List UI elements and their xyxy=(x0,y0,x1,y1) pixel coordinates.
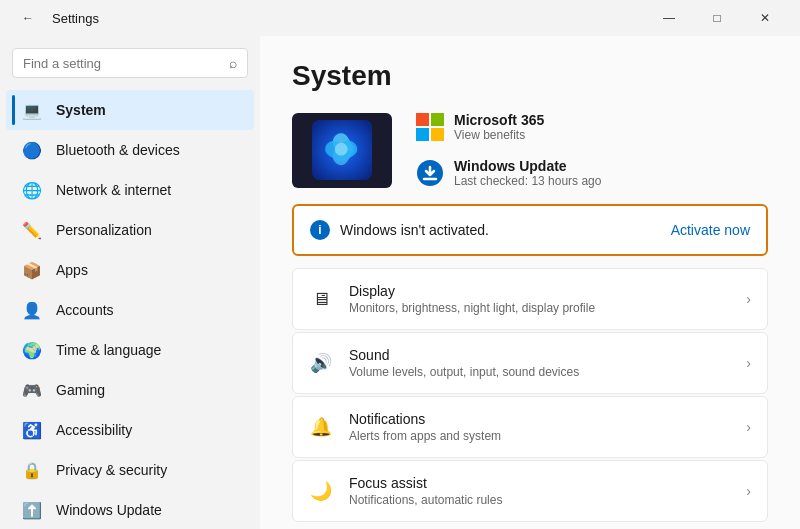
accounts-icon: 👤 xyxy=(22,300,42,320)
display-icon: 🖥 xyxy=(309,287,333,311)
minimize-icon: — xyxy=(663,11,675,25)
hero-area: Microsoft 365 View benefits Windows Upda… xyxy=(292,112,768,188)
titlebar: ← Settings — □ ✕ xyxy=(0,0,800,36)
ms365-title: Microsoft 365 xyxy=(454,112,544,128)
sidebar-item-personalization[interactable]: ✏️Personalization xyxy=(6,210,254,250)
app-body: ⌕ 💻System🔵Bluetooth & devices🌐Network & … xyxy=(0,36,800,529)
svg-rect-4 xyxy=(416,128,429,141)
titlebar-title: Settings xyxy=(52,11,99,26)
update-icon: ⬆️ xyxy=(22,500,42,520)
maximize-button[interactable]: □ xyxy=(694,4,740,32)
privacy-icon: 🔒 xyxy=(22,460,42,480)
sidebar-item-label-accounts: Accounts xyxy=(56,302,114,318)
sidebar-item-system[interactable]: 💻System xyxy=(6,90,254,130)
sidebar-item-label-gaming: Gaming xyxy=(56,382,105,398)
promo-winupdate[interactable]: Windows Update Last checked: 13 hours ag… xyxy=(416,158,601,188)
sidebar-item-network[interactable]: 🌐Network & internet xyxy=(6,170,254,210)
sidebar-item-label-apps: Apps xyxy=(56,262,88,278)
winupdate-subtitle: Last checked: 13 hours ago xyxy=(454,174,601,188)
sidebar: ⌕ 💻System🔵Bluetooth & devices🌐Network & … xyxy=(0,36,260,529)
sidebar-item-update[interactable]: ⬆️Windows Update xyxy=(6,490,254,529)
sidebar-item-label-network: Network & internet xyxy=(56,182,171,198)
settings-list: 🖥 Display Monitors, brightness, night li… xyxy=(292,268,768,522)
ms365-icon xyxy=(416,113,444,141)
titlebar-left: ← Settings xyxy=(12,4,99,32)
notifications-chevron: › xyxy=(746,419,751,435)
display-chevron: › xyxy=(746,291,751,307)
search-icon: ⌕ xyxy=(229,55,237,71)
close-icon: ✕ xyxy=(760,11,770,25)
winupdate-text: Windows Update Last checked: 13 hours ag… xyxy=(454,158,601,188)
sidebar-item-privacy[interactable]: 🔒Privacy & security xyxy=(6,450,254,490)
svg-rect-2 xyxy=(416,113,429,126)
sidebar-item-label-personalization: Personalization xyxy=(56,222,152,238)
notifications-icon: 🔔 xyxy=(309,415,333,439)
minimize-button[interactable]: — xyxy=(646,4,692,32)
focus-title: Focus assist xyxy=(349,475,730,491)
sidebar-item-apps[interactable]: 📦Apps xyxy=(6,250,254,290)
sidebar-item-label-system: System xyxy=(56,102,106,118)
focus-text: Focus assist Notifications, automatic ru… xyxy=(349,475,730,507)
sidebar-item-accessibility[interactable]: ♿Accessibility xyxy=(6,410,254,450)
svg-point-1 xyxy=(335,143,348,156)
winupdate-title: Windows Update xyxy=(454,158,601,174)
sidebar-item-gaming[interactable]: 🎮Gaming xyxy=(6,370,254,410)
display-text: Display Monitors, brightness, night ligh… xyxy=(349,283,730,315)
content-area: System xyxy=(260,36,800,529)
activation-banner: i Windows isn't activated. Activate now xyxy=(292,204,768,256)
notifications-subtitle: Alerts from apps and system xyxy=(349,429,730,443)
ms365-subtitle: View benefits xyxy=(454,128,544,142)
search-input[interactable] xyxy=(23,56,221,71)
sidebar-item-label-update: Windows Update xyxy=(56,502,162,518)
focus-subtitle: Notifications, automatic rules xyxy=(349,493,730,507)
sound-text: Sound Volume levels, output, input, soun… xyxy=(349,347,730,379)
time-icon: 🌍 xyxy=(22,340,42,360)
bluetooth-icon: 🔵 xyxy=(22,140,42,160)
activate-now-button[interactable]: Activate now xyxy=(671,222,750,238)
settings-item-sound[interactable]: 🔊 Sound Volume levels, output, input, so… xyxy=(292,332,768,394)
close-button[interactable]: ✕ xyxy=(742,4,788,32)
back-button[interactable]: ← xyxy=(12,4,44,32)
focus-icon: 🌙 xyxy=(309,479,333,503)
system-icon: 💻 xyxy=(22,100,42,120)
sidebar-item-time[interactable]: 🌍Time & language xyxy=(6,330,254,370)
sound-title: Sound xyxy=(349,347,730,363)
sidebar-item-label-time: Time & language xyxy=(56,342,161,358)
sound-icon: 🔊 xyxy=(309,351,333,375)
svg-rect-3 xyxy=(431,113,444,126)
sound-subtitle: Volume levels, output, input, sound devi… xyxy=(349,365,730,379)
sound-chevron: › xyxy=(746,355,751,371)
personalization-icon: ✏️ xyxy=(22,220,42,240)
display-title: Display xyxy=(349,283,730,299)
focus-chevron: › xyxy=(746,483,751,499)
apps-icon: 📦 xyxy=(22,260,42,280)
network-icon: 🌐 xyxy=(22,180,42,200)
accessibility-icon: ♿ xyxy=(22,420,42,440)
nav-list: 💻System🔵Bluetooth & devices🌐Network & in… xyxy=(0,90,260,529)
sidebar-item-label-accessibility: Accessibility xyxy=(56,422,132,438)
ms365-text: Microsoft 365 View benefits xyxy=(454,112,544,142)
promo-ms365[interactable]: Microsoft 365 View benefits xyxy=(416,112,601,142)
sidebar-item-label-bluetooth: Bluetooth & devices xyxy=(56,142,180,158)
sidebar-item-bluetooth[interactable]: 🔵Bluetooth & devices xyxy=(6,130,254,170)
page-title: System xyxy=(292,60,768,92)
winupdate-icon xyxy=(416,159,444,187)
notifications-title: Notifications xyxy=(349,411,730,427)
svg-rect-5 xyxy=(431,128,444,141)
info-icon: i xyxy=(310,220,330,240)
activation-message: Windows isn't activated. xyxy=(340,222,489,238)
sidebar-item-accounts[interactable]: 👤Accounts xyxy=(6,290,254,330)
back-icon: ← xyxy=(22,11,34,25)
promo-items: Microsoft 365 View benefits Windows Upda… xyxy=(416,112,601,188)
activation-message-area: i Windows isn't activated. xyxy=(310,220,489,240)
settings-item-display[interactable]: 🖥 Display Monitors, brightness, night li… xyxy=(292,268,768,330)
gaming-icon: 🎮 xyxy=(22,380,42,400)
notifications-text: Notifications Alerts from apps and syste… xyxy=(349,411,730,443)
sidebar-item-label-privacy: Privacy & security xyxy=(56,462,167,478)
windows-hero-image xyxy=(292,113,392,188)
maximize-icon: □ xyxy=(713,11,720,25)
search-box[interactable]: ⌕ xyxy=(12,48,248,78)
display-subtitle: Monitors, brightness, night light, displ… xyxy=(349,301,730,315)
settings-item-notifications[interactable]: 🔔 Notifications Alerts from apps and sys… xyxy=(292,396,768,458)
settings-item-focus[interactable]: 🌙 Focus assist Notifications, automatic … xyxy=(292,460,768,522)
